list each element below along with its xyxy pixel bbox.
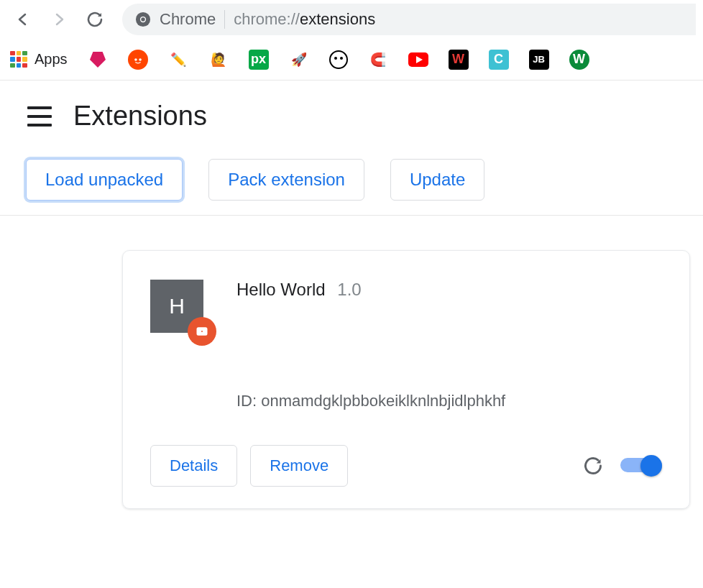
omnibox[interactable]: Chrome chrome://extensions: [122, 4, 696, 35]
bookmark-item[interactable]: JB: [529, 50, 549, 70]
enable-toggle[interactable]: [620, 455, 662, 477]
face-bw-icon: [329, 50, 348, 69]
bookmark-item[interactable]: px: [249, 50, 269, 70]
w-green-icon: W: [569, 50, 589, 70]
px-green-icon: px: [249, 50, 269, 70]
reload-extension-button[interactable]: [579, 451, 607, 480]
svg-point-12: [201, 330, 203, 333]
page-title: Extensions: [73, 101, 207, 132]
jb-black-icon: JB: [529, 50, 549, 70]
bookmark-item[interactable]: 🚀: [289, 50, 309, 70]
c-teal-icon: C: [489, 50, 509, 70]
details-button[interactable]: Details: [150, 445, 237, 487]
bookmark-item[interactable]: [408, 50, 428, 70]
chrome-icon: [135, 12, 151, 27]
bookmark-item[interactable]: 🧲: [368, 50, 388, 70]
apps-grid-icon: [10, 51, 27, 68]
bookmarks-bar: Apps ✏️ 🙋 px 🚀 🧲 W C JB W: [0, 39, 703, 81]
magnet-icon: 🧲: [368, 50, 388, 70]
svg-point-13: [198, 329, 200, 330]
extension-icon: H: [150, 280, 203, 333]
extension-id-label: ID:: [236, 392, 257, 410]
bookmark-item[interactable]: [88, 50, 108, 70]
bookmark-item[interactable]: C: [489, 50, 509, 70]
bookmark-item[interactable]: W: [449, 50, 469, 70]
svg-point-6: [139, 58, 142, 61]
reload-page-button[interactable]: [79, 4, 111, 35]
svg-marker-3: [90, 52, 106, 68]
pencil-icon: ✏️: [168, 50, 188, 70]
bookmark-item[interactable]: W: [569, 50, 589, 70]
update-button[interactable]: Update: [390, 159, 484, 201]
back-button[interactable]: [7, 4, 39, 35]
svg-point-2: [141, 17, 145, 22]
extension-id-value: onmamdgklpbbokeiklknlnbjidlphkhf: [261, 392, 505, 410]
extension-card: H Hello World 1.0 ID: onmamdgklpbbokeikl…: [122, 250, 690, 509]
menu-button[interactable]: [27, 106, 52, 127]
omnibox-url-scheme: chrome://: [234, 10, 300, 28]
rocket-icon: 🚀: [289, 50, 309, 70]
pink-diamond-icon: [88, 50, 108, 70]
extension-name: Hello World: [236, 280, 326, 299]
youtube-icon: [408, 50, 428, 70]
bookmark-item[interactable]: 🙋: [208, 50, 229, 70]
load-unpacked-button[interactable]: Load unpacked: [26, 159, 183, 201]
svg-point-8: [340, 57, 343, 60]
omnibox-separator: [224, 10, 225, 29]
bookmark-apps[interactable]: Apps: [10, 51, 68, 68]
forward-button[interactable]: [43, 4, 75, 35]
omnibox-app-name: Chrome: [160, 10, 216, 29]
bookmark-item[interactable]: [128, 50, 148, 70]
reddit-icon: [128, 50, 148, 70]
pack-extension-button[interactable]: Pack extension: [208, 159, 364, 201]
bookmark-item[interactable]: ✏️: [168, 50, 188, 70]
svg-point-4: [132, 53, 144, 66]
omnibox-url-path: extensions: [300, 10, 375, 28]
svg-point-5: [134, 58, 137, 61]
bookmark-item[interactable]: [329, 50, 348, 69]
person-icon: 🙋: [208, 50, 229, 70]
w-black-icon: W: [449, 50, 469, 70]
extension-version: 1.0: [337, 280, 361, 299]
bookmark-apps-label: Apps: [35, 51, 68, 68]
svg-point-14: [204, 333, 206, 334]
svg-point-7: [334, 57, 337, 60]
unpacked-badge-icon: [188, 317, 216, 346]
remove-button[interactable]: Remove: [250, 445, 348, 487]
